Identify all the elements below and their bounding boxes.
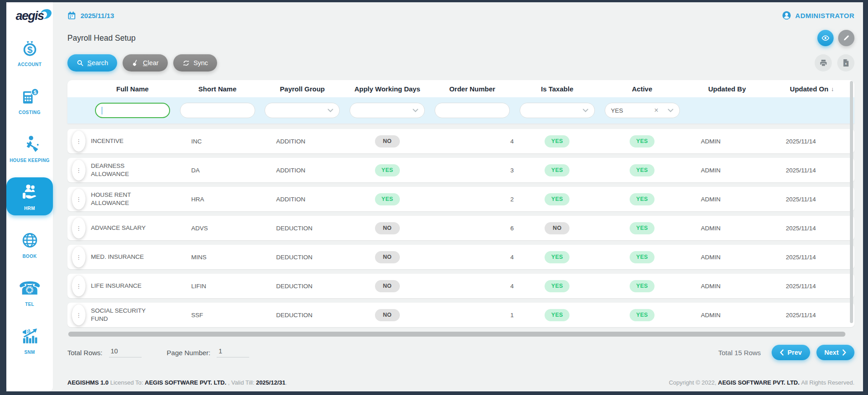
is-taxable-cell: YES <box>515 193 600 205</box>
next-page-button[interactable]: Next <box>816 345 854 360</box>
sync-label: Sync <box>194 59 208 67</box>
table-row[interactable]: ⋮SOCIAL SECURITY FUNDSSFDEDUCTIONNO1YESY… <box>67 303 854 327</box>
full-name-cell: MED. INSURANCE <box>90 253 154 261</box>
apply-working-days-cell: NO <box>345 135 430 148</box>
chevron-down-icon <box>583 109 588 112</box>
column-header-short-name[interactable]: Short Name <box>175 85 260 93</box>
edit-button[interactable] <box>838 30 854 46</box>
sidebar-item-label: COSTING <box>19 110 40 115</box>
column-header-payroll-group[interactable]: Payroll Group <box>260 85 345 93</box>
is-taxable-badge: NO <box>545 222 569 234</box>
order-number-cell: 4 <box>430 138 515 145</box>
apply-working-days-badge: YES <box>375 193 400 205</box>
row-menu-button[interactable]: ⋮ <box>72 131 85 152</box>
apply-working-days-badge: NO <box>375 222 400 234</box>
active-cell: YES <box>600 309 685 321</box>
apply-working-days-badge: NO <box>375 280 400 292</box>
row-menu-button[interactable]: ⋮ <box>72 305 85 325</box>
search-icon <box>76 59 84 67</box>
row-menu-button[interactable]: ⋮ <box>72 276 85 296</box>
sidebar-item-label: ACCOUNT <box>18 62 42 67</box>
active-cell: YES <box>600 222 685 234</box>
full-name-cell: SOCIAL SECURITY FUND <box>90 307 154 323</box>
column-header-full-name[interactable]: Full Name <box>90 85 175 93</box>
sidebar-item-hrm[interactable]: HRM <box>6 177 53 215</box>
sync-button[interactable]: Sync <box>173 54 217 71</box>
row-menu-button[interactable]: ⋮ <box>72 160 85 181</box>
column-header-updated-on[interactable]: Updated On ↓ <box>769 85 854 93</box>
column-header-is-taxable[interactable]: Is Taxable <box>515 85 600 93</box>
order-number-cell: 4 <box>430 254 515 261</box>
hrm-people-hand-icon <box>20 182 39 203</box>
active-cell: YES <box>600 280 685 292</box>
sidebar-item-tel[interactable]: ☎ TEL <box>6 268 53 316</box>
print-button[interactable] <box>815 54 832 71</box>
chevron-left-icon <box>780 349 784 356</box>
is-taxable-filter-select[interactable] <box>520 103 595 118</box>
sidebar-item-snm[interactable]: SNM <box>6 316 53 364</box>
updated-on-cell: 2025/11/14 <box>769 167 854 174</box>
payroll-table: Full Name Short Name Payroll Group Apply… <box>67 80 854 337</box>
payroll-group-cell: ADDITION <box>260 196 345 203</box>
updated-on-cell: 2025/11/14 <box>769 138 854 145</box>
active-cell: YES <box>600 251 685 263</box>
short-name-filter-input[interactable] <box>180 103 255 118</box>
active-filter-select[interactable]: YES × <box>605 103 680 118</box>
is-taxable-cell: YES <box>515 309 600 321</box>
topbar: 2025/11/13 ADMINISTRATOR <box>67 10 854 21</box>
view-button[interactable] <box>817 30 834 46</box>
search-button[interactable]: Search <box>67 54 117 71</box>
row-menu-button[interactable]: ⋮ <box>72 218 85 238</box>
table-row[interactable]: ⋮HOUSE RENT ALLOWANCEHRAADDITIONYES2YESY… <box>67 187 854 211</box>
clear-button[interactable]: Clear <box>123 54 168 71</box>
row-menu-cell: ⋮ <box>67 189 90 209</box>
horizontal-scrollbar[interactable] <box>68 332 845 337</box>
vertical-scrollbar[interactable] <box>850 81 853 323</box>
payroll-group-cell: DEDUCTION <box>260 225 345 232</box>
export-excel-button[interactable]: x <box>837 54 854 71</box>
table-row[interactable]: ⋮DEARNESS ALLOWANCEDAADDITIONYES3YESYESA… <box>67 158 854 182</box>
short-name-cell: ADVS <box>175 225 260 232</box>
actions-row: Search Clear Sync <box>67 54 854 72</box>
clear-filter-icon[interactable]: × <box>654 107 658 114</box>
sidebar-item-housekeeping[interactable]: HOUSE KEEPING <box>6 124 53 172</box>
payroll-group-cell: DEDUCTION <box>260 283 345 290</box>
page-number-input[interactable]: 1 <box>217 347 249 357</box>
order-number-filter-input[interactable] <box>435 103 510 118</box>
full-name-cell: ADVANCE SALARY <box>90 224 154 232</box>
table-row[interactable]: ⋮MED. INSURANCEMINSDEDUCTIONNO4YESYESADM… <box>67 245 854 269</box>
is-taxable-badge: YES <box>545 309 569 321</box>
updated-on-cell: 2025/11/14 <box>769 312 854 319</box>
sidebar-item-account[interactable]: $ ACCOUNT <box>6 29 53 76</box>
total-rows-input[interactable]: 10 <box>109 347 142 357</box>
column-header-order-number[interactable]: Order Number <box>430 85 515 93</box>
sort-descending-icon[interactable]: ↓ <box>831 86 834 92</box>
user-menu[interactable]: ADMINISTRATOR <box>782 11 854 20</box>
table-row[interactable]: ⋮INCENTIVEINCADDITIONNO4YESYESADMIN2025/… <box>67 129 854 153</box>
row-menu-button[interactable]: ⋮ <box>72 189 85 209</box>
payroll-group-filter-select[interactable] <box>265 103 340 118</box>
apply-working-days-filter-select[interactable] <box>350 103 425 118</box>
short-name-cell: DA <box>175 167 260 174</box>
active-badge: YES <box>630 222 655 234</box>
column-header-apply-working-days[interactable]: Apply Working Days <box>345 85 430 93</box>
prev-page-button[interactable]: Prev <box>772 345 810 360</box>
megaphone-chart-icon <box>20 326 39 347</box>
full-name-filter-input[interactable] <box>95 103 170 118</box>
apply-working-days-cell: YES <box>345 193 430 205</box>
column-header-updated-by[interactable]: Updated By <box>684 85 769 93</box>
telephone-icon: ☎ <box>19 278 41 299</box>
row-menu-button[interactable]: ⋮ <box>72 247 85 267</box>
column-header-active[interactable]: Active <box>600 85 685 93</box>
payroll-group-cell: DEDUCTION <box>260 254 345 261</box>
apply-working-days-badge: YES <box>375 164 400 176</box>
sidebar-item-costing[interactable]: $ COSTING <box>6 76 53 124</box>
table-header-row: Full Name Short Name Payroll Group Apply… <box>67 80 854 97</box>
table-row[interactable]: ⋮LIFE INSURANCELIFINDEDUCTIONNO4YESYESAD… <box>67 274 854 298</box>
table-row[interactable]: ⋮ADVANCE SALARYADVSDEDUCTIONNO6NOYESADMI… <box>67 216 854 240</box>
order-number-cell: 1 <box>430 312 515 319</box>
sidebar-item-book[interactable]: BOOK <box>6 220 53 268</box>
copyright-text: Copyright © 2022, AEGIS SOFTWARE PVT. LT… <box>669 379 854 386</box>
money-bag-icon: $ <box>20 38 39 59</box>
full-name-cell: DEARNESS ALLOWANCE <box>90 162 154 178</box>
